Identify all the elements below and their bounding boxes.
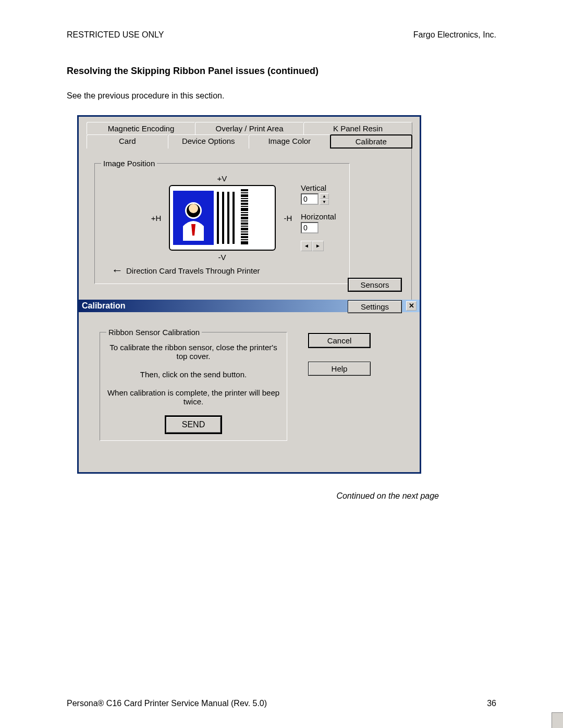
tab-overlay-print-area[interactable]: Overlay / Print Area [195,122,304,134]
footer-left: Persona® C16 Card Printer Service Manual… [67,699,267,708]
intro-text: See the previous procedure in this secti… [67,91,496,101]
svg-rect-5 [241,192,248,193]
vertical-up-button[interactable]: ▲ [320,193,329,199]
tab-card[interactable]: Card [87,134,168,149]
page-title: Resolving the Skipping Ribbon Panel issu… [67,66,496,77]
svg-rect-8 [241,200,248,202]
svg-rect-20 [241,233,248,235]
svg-rect-12 [241,212,248,213]
horizontal-left-button[interactable]: ◄ [301,241,312,251]
plus-h-label: +H [149,214,164,223]
minus-v-label: -V [101,253,343,262]
dialog-title: Calibration [82,301,126,311]
card-photo-icon [173,191,214,245]
tab-image-color[interactable]: Image Color [249,134,331,149]
ribbon-sensor-calibration-group: Ribbon Sensor Calibration To calibrate t… [100,328,287,441]
svg-rect-4 [241,189,248,191]
tab-calibrate[interactable]: Calibrate [330,134,413,149]
direction-text: Direction Card Travels Through Printer [126,266,260,275]
arrow-left-icon: ← [112,264,123,277]
svg-rect-18 [241,228,248,230]
minus-h-label: -H [281,214,296,223]
horizontal-input[interactable] [301,222,319,233]
svg-rect-22 [241,239,248,240]
sensors-button[interactable]: Sensors [348,278,402,292]
cancel-button[interactable]: Cancel [308,333,371,348]
send-button[interactable]: SEND [165,415,222,434]
card-preview [169,185,276,251]
svg-rect-16 [241,223,248,225]
calibration-dialog: Calibration ✕ Ribbon Sensor Calibration … [79,300,420,472]
svg-rect-21 [241,236,248,238]
footer-page-number: 36 [487,699,496,708]
calibration-text-1: To calibrate the ribbon sensor, close th… [106,343,280,361]
vertical-down-button[interactable]: ▼ [320,199,329,205]
continued-text: Continued on the next page [67,491,439,501]
svg-rect-15 [241,220,248,221]
svg-rect-17 [241,226,248,227]
svg-rect-14 [241,217,248,219]
svg-rect-11 [241,208,248,211]
help-button[interactable]: Help [308,362,371,376]
header-left: RESTRICTED USE ONLY [67,30,164,40]
card-bars-icon [217,192,235,244]
svg-rect-13 [241,214,248,216]
svg-point-3 [189,204,198,213]
horizontal-label: Horizontal [301,212,336,221]
resize-grip-icon [552,712,563,728]
header-right: Fargo Electronics, Inc. [413,30,496,40]
tab-magnetic-encoding[interactable]: Magnetic Encoding [87,122,195,134]
plus-v-label: +V [101,174,343,183]
svg-rect-6 [241,194,248,197]
horizontal-right-button[interactable]: ► [312,241,324,251]
image-position-group: Image Position +V +H [94,159,350,284]
svg-rect-7 [241,198,248,199]
tab-device-options[interactable]: Device Options [168,134,250,149]
svg-rect-9 [241,203,248,205]
close-icon[interactable]: ✕ [406,301,417,311]
image-position-legend: Image Position [101,159,157,168]
vertical-input[interactable] [301,193,319,205]
tab-k-panel-resin[interactable]: K Panel Resin [303,122,412,134]
calibration-text-2: Then, click on the send button. [106,370,280,379]
barcode-icon [238,189,251,246]
svg-rect-19 [241,231,248,232]
svg-rect-10 [241,206,248,207]
calibration-text-3: When calibration is complete, the printe… [106,388,280,406]
settings-button[interactable]: Settings [348,300,402,313]
svg-rect-23 [241,241,248,244]
vertical-label: Vertical [301,183,336,192]
printer-properties-window: Magnetic Encoding Overlay / Print Area K… [77,115,421,474]
ribbon-sensor-legend: Ribbon Sensor Calibration [106,328,202,337]
